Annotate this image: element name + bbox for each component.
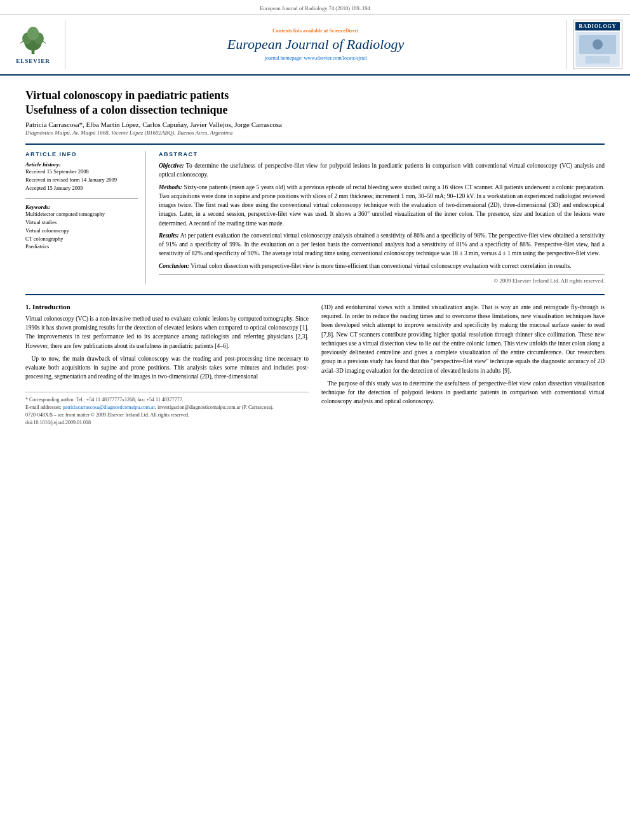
introduction-title: 1. Introduction xyxy=(25,303,309,310)
elsevier-tree-icon xyxy=(17,25,49,57)
sciencedirect-name: ScienceDirect xyxy=(329,28,359,34)
journal-title-area: Contents lists available at ScienceDirec… xyxy=(65,20,566,69)
svg-point-9 xyxy=(593,39,603,50)
elsevier-logo: ELSEVIER xyxy=(8,20,58,69)
abstract-col: ABSTRACT Objective: To determine the use… xyxy=(159,151,605,284)
footnote-email: E-mail addresses: patriciacarrascosa@dia… xyxy=(25,404,309,411)
main-content: 1. Introduction Virtual colonoscopy (VC)… xyxy=(25,294,605,427)
article-info-abstract: ARTICLE INFO Article history: Received 1… xyxy=(25,143,605,284)
article-body: Virtual colonoscopy in paediatric patien… xyxy=(0,76,630,427)
keyword-1: Multidetector computed tomography xyxy=(25,210,138,218)
abstract-methods: Methods: Sixty-one patients (mean age 5 … xyxy=(159,183,605,228)
article-title: Virtual colonoscopy in paediatric patien… xyxy=(25,76,605,121)
introduction-body: Virtual colonoscopy (VC) is a non-invasi… xyxy=(25,314,309,382)
footnote-doi: doi:10.1016/j.ejrad.2009.01.018 xyxy=(25,419,309,427)
divider xyxy=(25,198,138,199)
radiology-badge: RADIOLOGY xyxy=(573,20,622,69)
abstract-results: Results: At per patient evaluation the c… xyxy=(159,231,605,258)
svg-rect-10 xyxy=(586,56,610,63)
journal-ref-text: European Journal of Radiology 74 (2010) … xyxy=(260,5,370,11)
article-history: Article history: Received 15 September 2… xyxy=(25,161,138,192)
keyword-2: Virtual studies xyxy=(25,218,138,227)
footnote-license: 0720-048X/$ – see front matter © 2009 El… xyxy=(25,411,309,419)
email-link-1[interactable]: patriciacarrascosa@diagnosticomaipu.com.… xyxy=(63,404,155,410)
article-authors: Patricia Carrascosa*, Elba Martín López,… xyxy=(25,121,605,128)
intro-para-2: Up to now, the main drawback of virtual … xyxy=(25,354,309,382)
main-right-col: (3D) and endoluminal views with a limite… xyxy=(321,303,605,427)
abstract-text: Objective: To determine the usefulness o… xyxy=(159,161,605,270)
article-info-col: ARTICLE INFO Article history: Received 1… xyxy=(25,151,146,284)
main-left-col: 1. Introduction Virtual colonoscopy (VC)… xyxy=(25,303,309,427)
radiology-badge-label: RADIOLOGY xyxy=(575,22,620,30)
intro-para-1: Virtual colonoscopy (VC) is a non-invasi… xyxy=(25,314,309,350)
footnotes: * Corresponding author. Tel.: +54 11 483… xyxy=(25,392,309,427)
keyword-4: CT colonography xyxy=(25,235,138,243)
svg-point-4 xyxy=(27,27,39,41)
abstract-objective: Objective: To determine the usefulness o… xyxy=(159,161,605,180)
journal-ref: European Journal of Radiology 74 (2010) … xyxy=(0,0,630,15)
copyright-line: © 2009 Elsevier Ireland Ltd. All rights … xyxy=(159,274,605,284)
sciencedirect-line: Contents lists available at ScienceDirec… xyxy=(272,28,359,34)
radiology-badge-image xyxy=(575,32,620,67)
article-info-header: ARTICLE INFO xyxy=(25,151,138,157)
footnote-corresponding: * Corresponding author. Tel.: +54 11 483… xyxy=(25,396,309,404)
homepage-url[interactable]: www.elsevier.com/locate/ejrad xyxy=(304,55,367,61)
elsevier-label: ELSEVIER xyxy=(16,58,50,64)
abstract-header: ABSTRACT xyxy=(159,151,605,157)
journal-title: European Journal of Radiology xyxy=(227,36,404,53)
abstract-conclusion: Conclusion: Virtual colon dissection wit… xyxy=(159,262,605,270)
keywords-block: Keywords: Multidetector computed tomogra… xyxy=(25,204,138,251)
right-para-1: (3D) and endoluminal views with a limite… xyxy=(321,303,605,375)
page: European Journal of Radiology 74 (2010) … xyxy=(0,0,630,840)
right-para-2: The purpose of this study was to determi… xyxy=(321,379,605,406)
journal-homepage: journal homepage: www.elsevier.com/locat… xyxy=(265,55,366,61)
keyword-3: Virtual colonoscopy xyxy=(25,227,138,235)
sciencedirect-prefix: Contents lists available at xyxy=(272,28,328,34)
right-body: (3D) and endoluminal views with a limite… xyxy=(321,303,605,406)
article-affiliation: Diagnóstico Maipú, Av. Maipú 1668, Vicen… xyxy=(25,130,605,136)
journal-header: ELSEVIER Contents lists available at Sci… xyxy=(0,15,630,76)
keyword-5: Paediatrics xyxy=(25,243,138,251)
